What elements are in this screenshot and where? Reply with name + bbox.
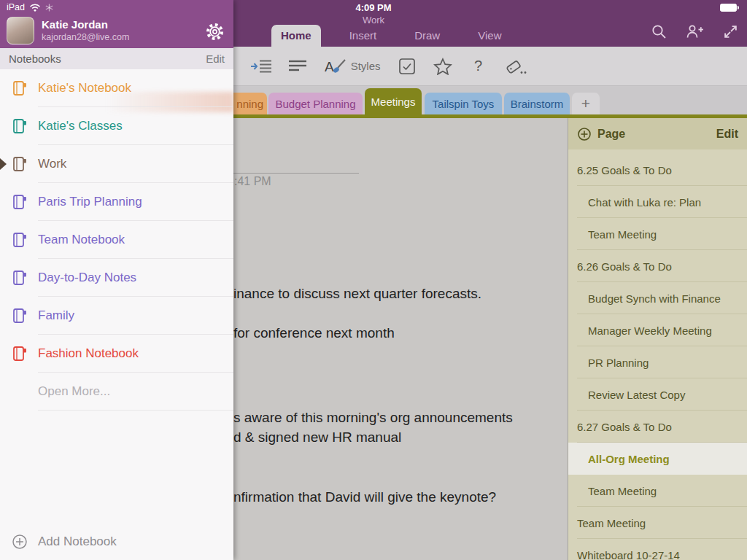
notebook-item-katies-classes[interactable]: Katie's Classes [0, 107, 233, 145]
notebook-item-team-notebook[interactable]: Team Notebook [0, 221, 233, 259]
page-list: 6.25 Goals & To Do Chat with Luka re: Pl… [568, 149, 747, 560]
page-list-panel: Page Edit 6.25 Goals & To Do Chat with L… [568, 118, 747, 560]
section-tab-budget-planning[interactable]: Budget Planning [268, 93, 363, 114]
notebook-item-paris-trip-planning[interactable]: Paris Trip Planning [0, 183, 233, 221]
settings-gear-icon[interactable] [205, 22, 225, 44]
note-text-line: nfirmation that David will give the keyn… [233, 489, 496, 505]
page-list-item[interactable]: 6.27 Goals & To Do [568, 411, 747, 443]
page-title-underline [232, 173, 359, 174]
styles-button[interactable]: A Styles [325, 58, 381, 75]
important-tag-button[interactable] [433, 58, 452, 75]
tab-insert[interactable]: Insert [340, 25, 387, 47]
notebook-list: Katie's Notebook Katie's Classes Work Pa… [0, 69, 233, 524]
notebook-icon [12, 308, 28, 324]
battery-icon [720, 4, 740, 12]
page-list-item[interactable]: Whiteboard 10-27-14 [568, 539, 747, 560]
notebook-icon [12, 118, 28, 134]
page-list-item[interactable]: Team Meeting [568, 218, 747, 250]
ribbon-tab-bar: Home Insert Draw View [271, 25, 511, 47]
todo-tag-button[interactable] [398, 58, 417, 75]
page-date-time: :41 PM [234, 175, 271, 188]
fullscreen-expand-icon[interactable] [723, 24, 738, 39]
search-icon[interactable] [651, 23, 667, 40]
page-panel-header: Page Edit [568, 118, 747, 149]
section-tab-tailspin-toys[interactable]: Tailspin Toys [425, 93, 502, 114]
note-text-line: for conference next month [233, 325, 395, 341]
svg-text:A: A [325, 59, 334, 74]
page-list-item[interactable]: Team Meeting [568, 507, 747, 539]
page-list-item[interactable]: PR Planning [568, 346, 747, 378]
edit-notebooks-button[interactable]: Edit [206, 52, 225, 65]
indent-icon [250, 59, 272, 74]
note-text-line: d & signed new HR manual [233, 429, 401, 446]
page-list-item[interactable]: Manager Weekly Meeting [568, 314, 747, 346]
wifi-icon [29, 4, 41, 12]
user-avatar[interactable] [7, 17, 34, 44]
todo-checkbox-icon [398, 58, 416, 75]
open-more-notebooks[interactable]: Open More... [0, 373, 233, 411]
add-page-button[interactable]: Page [577, 127, 625, 141]
notebook-icon [12, 194, 28, 210]
notebook-icon [12, 346, 28, 362]
page-list-item[interactable]: Chat with Luka re: Plan [568, 186, 747, 218]
notebooks-sidebar: iPad Katie Jordan kajordan28@live.com [0, 0, 233, 560]
user-email: kajordan28@live.com [42, 32, 129, 42]
notebook-icon [12, 80, 28, 96]
onenote-app-window: 4:09 PM Work Home Insert Draw View [0, 0, 747, 560]
open-notebook-arrow-icon [0, 158, 7, 170]
page-list-item[interactable]: Budget Synch with Finance [568, 282, 747, 314]
note-text-line: inance to discuss next quarter forecasts… [233, 286, 481, 302]
more-tags-button[interactable] [505, 58, 527, 75]
page-list-item[interactable]: Review Latest Copy [568, 378, 747, 411]
ios-status-left: iPad [7, 2, 53, 12]
sync-spinner-icon [45, 4, 53, 12]
notebook-item-work-open[interactable]: Work [0, 145, 233, 183]
notebook-item-katies-notebook[interactable]: Katie's Notebook [0, 69, 233, 107]
device-label: iPad [7, 2, 25, 12]
star-icon [433, 58, 452, 75]
notebook-item-fashion-notebook[interactable]: Fashion Notebook [0, 335, 233, 373]
tab-draw[interactable]: Draw [405, 25, 449, 47]
indent-button[interactable] [250, 59, 272, 74]
notebook-item-day-to-day-notes[interactable]: Day-to-Day Notes [0, 259, 233, 297]
tab-home[interactable]: Home [271, 25, 321, 47]
add-notebook-plus-icon [12, 534, 28, 550]
section-tab-meetings-active[interactable]: Meetings [365, 88, 422, 114]
paragraph-options-button[interactable] [289, 59, 308, 74]
share-add-person-icon[interactable] [686, 23, 705, 40]
user-name: Katie Jordan [42, 18, 108, 31]
notebook-icon [12, 270, 28, 286]
paragraph-lines-icon [289, 59, 308, 74]
add-notebook-button[interactable]: Add Notebook [0, 524, 233, 560]
notebooks-title: Notebooks [9, 52, 61, 65]
styles-brush-icon: A [325, 58, 347, 75]
notebook-icon [12, 156, 28, 172]
section-tab-brainstorm[interactable]: Brainstorm [504, 93, 570, 114]
add-page-icon [577, 127, 592, 141]
question-tag-button[interactable]: ? [469, 58, 488, 74]
tab-view[interactable]: View [468, 25, 511, 47]
edit-pages-button[interactable]: Edit [716, 128, 738, 141]
page-list-item[interactable]: 6.25 Goals & To Do [568, 154, 747, 186]
notebook-item-family[interactable]: Family [0, 297, 233, 335]
tag-icon [505, 58, 527, 75]
notebooks-list-header: Notebooks Edit [0, 48, 233, 69]
note-text-line: s aware of this morning's org announceme… [233, 410, 513, 426]
ribbon-right-icons [651, 23, 738, 40]
page-list-item-selected[interactable]: All-Org Meeting [568, 443, 747, 475]
notebook-icon [12, 232, 28, 248]
sidebar-account-header: iPad Katie Jordan kajordan28@live.com [0, 0, 233, 48]
add-section-tab[interactable]: + [572, 93, 600, 114]
page-list-item[interactable]: Team Meeting [568, 475, 747, 507]
page-list-item[interactable]: 6.26 Goals & To Do [568, 250, 747, 282]
